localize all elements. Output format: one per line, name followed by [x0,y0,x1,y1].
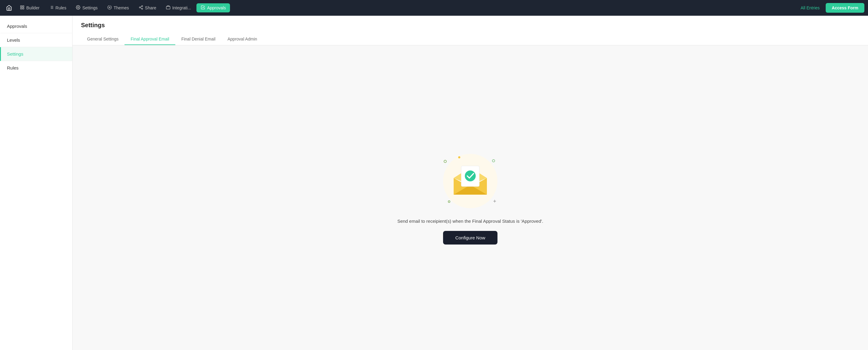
nav-item-rules[interactable]: Rules [45,3,71,12]
svg-rect-17 [166,6,170,9]
access-form-button[interactable]: Access Form [826,3,864,13]
deco-dot-2 [492,159,495,162]
svg-rect-1 [23,6,24,7]
tabs-bar: General Settings Final Approval Email Fi… [81,34,860,45]
integrations-icon [166,5,170,10]
sidebar-levels-label: Levels [7,37,20,43]
nav-item-integrations[interactable]: Integrati... [162,3,195,12]
page-title: Settings [81,22,860,29]
svg-rect-2 [21,8,22,9]
deco-yellow-dot [458,156,460,158]
nav-item-share[interactable]: Share [134,3,160,12]
deco-dot-1 [444,160,447,163]
nav-item-approvals[interactable]: Approvals [196,3,230,12]
sidebar-rules-label: Rules [7,65,19,70]
deco-dot-3 [448,200,450,203]
nav-integrations-label: Integrati... [172,5,191,10]
svg-point-14 [142,8,143,9]
nav-share-label: Share [145,5,156,10]
nav-settings-label: Settings [82,5,98,10]
rules-icon [49,5,54,10]
sidebar-item-approvals[interactable]: Approvals [0,19,72,33]
home-button[interactable] [4,2,14,13]
svg-point-11 [109,7,110,8]
builder-icon [20,5,25,10]
main-panel: Settings General Settings Final Approval… [72,16,868,350]
sidebar-item-rules[interactable]: Rules [0,61,72,75]
nav-themes-label: Themes [114,5,129,10]
description-text: Send email to receipient(s) when the Fin… [397,219,544,224]
nav-item-themes[interactable]: Themes [103,3,133,12]
tab-final-approval-email[interactable]: Final Approval Email [125,34,175,45]
top-navigation: Builder Rules Settings Themes Share Inte… [0,0,868,16]
svg-point-12 [142,5,143,7]
envelope-graphic [451,164,490,198]
sidebar-item-levels[interactable]: Levels [0,33,72,47]
main-layout: Approvals Levels Settings Rules Settings… [0,16,868,350]
nav-rules-label: Rules [56,5,66,10]
nav-item-builder[interactable]: Builder [16,3,44,12]
svg-rect-3 [23,8,24,9]
sidebar-approvals-label: Approvals [7,24,27,29]
settings-icon [76,5,81,10]
share-icon [139,5,143,10]
configure-now-button[interactable]: Configure Now [443,231,497,245]
sidebar-item-settings[interactable]: Settings [0,47,72,61]
settings-header: Settings General Settings Final Approval… [72,16,868,45]
themes-icon [107,5,112,10]
nav-approvals-label: Approvals [207,5,226,10]
deco-plus: + [493,198,496,204]
nav-item-settings[interactable]: Settings [72,3,102,12]
tab-approval-admin[interactable]: Approval Admin [221,34,263,45]
sidebar-settings-label: Settings [7,52,23,57]
sidebar: Approvals Levels Settings Rules [0,16,72,350]
email-illustration: + [440,151,500,211]
nav-builder-label: Builder [26,5,39,10]
content-area: + [72,45,868,350]
svg-point-13 [139,7,140,8]
tab-final-denial-email[interactable]: Final Denial Email [175,34,221,45]
svg-line-16 [140,6,142,7]
svg-rect-0 [21,6,22,7]
all-entries-button[interactable]: All Entries [796,4,825,12]
svg-point-22 [465,170,476,181]
svg-point-10 [78,7,79,8]
svg-line-15 [140,7,142,8]
tab-general-settings[interactable]: General Settings [81,34,125,45]
approvals-icon [201,5,205,10]
